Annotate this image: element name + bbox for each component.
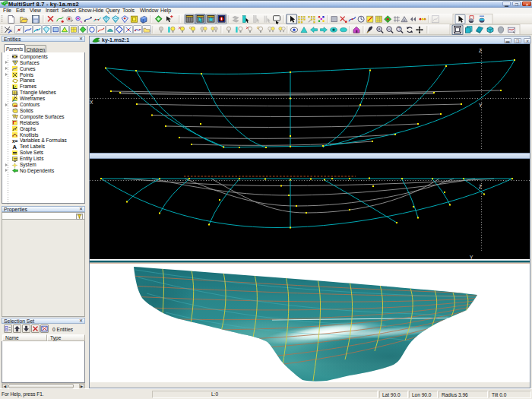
svg-text:X: X: [90, 100, 93, 105]
svg-text:A: A: [13, 144, 17, 150]
svg-text:Z: Z: [479, 48, 482, 53]
svg-text:Y: Y: [479, 103, 483, 108]
svg-text:x=: x=: [12, 138, 18, 144]
svg-text:?: ?: [398, 27, 401, 31]
svg-text:Z: Z: [479, 184, 482, 189]
